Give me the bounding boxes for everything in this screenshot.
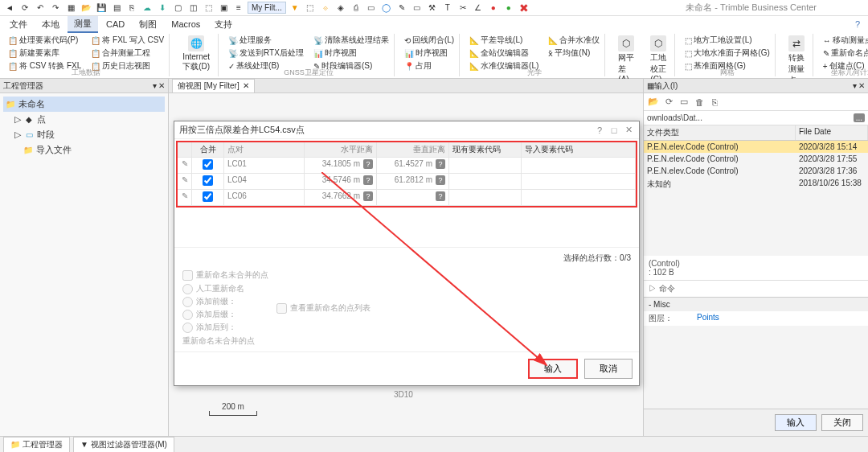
col-filedate[interactable]: File Date	[796, 125, 868, 140]
dot-red-icon[interactable]: ●	[487, 2, 500, 14]
edit-icon[interactable]: ✎	[395, 2, 408, 14]
ribbon-local-site[interactable]: ⬚ 地方工地设置(L)	[683, 34, 771, 47]
opt-manual-rename[interactable]: 人工重新命名	[182, 283, 244, 294]
ribbon-occupy[interactable]: 📍 占用	[403, 60, 456, 72]
ribbon-rtx[interactable]: 📡 发送到RTX后处理	[227, 47, 305, 60]
file-row[interactable]: P.E.N.elev.Code (Control)2020/3/28 15:14	[644, 141, 868, 153]
dialog-help-icon[interactable]: ?	[594, 125, 605, 136]
ribbon-clear-baseline[interactable]: 📡 清除基线处理结果	[312, 34, 391, 47]
ribbon-download[interactable]: 🌐Internet 下载(D)	[178, 34, 215, 74]
newfile-icon[interactable]: ▭	[678, 96, 690, 109]
filter-dropdown[interactable]: My Filt...	[248, 2, 286, 14]
file-row[interactable]: P.E.N.elev.Code (Control)2020/3/28 17:55	[644, 153, 868, 165]
dialog-max-icon[interactable]: □	[608, 125, 620, 136]
ribbon-merge-level[interactable]: 📐 合并水准仪	[547, 34, 601, 47]
table-row[interactable]: ✎ LC0634.7662 m? ?	[178, 190, 636, 206]
dialog-ok-button[interactable]: 输入	[528, 359, 578, 379]
ribbon-new-lib[interactable]: 📋 新建要素库	[6, 47, 83, 60]
refresh-icon[interactable]: ⟳	[18, 2, 31, 14]
layers-icon[interactable]: ≡	[232, 2, 245, 14]
ribbon-site-calib[interactable]: ⬡工地校正(C)	[645, 34, 671, 85]
folder-up-icon[interactable]: 📂	[647, 96, 660, 109]
col-vdist[interactable]: 垂直距离	[377, 142, 449, 158]
row-checkbox[interactable]	[203, 191, 213, 202]
tree-points[interactable]: ▷◆点	[3, 112, 165, 127]
close-button[interactable]: 关闭	[821, 414, 863, 431]
table-row[interactable]: ✎ LC0434.5746 m? 61.2812 m?	[178, 174, 636, 190]
menu-macros[interactable]: Macros	[165, 18, 207, 31]
print-icon[interactable]: ⎙	[350, 2, 362, 14]
misc-layer-row[interactable]: 图层：Points	[644, 311, 868, 326]
opt-add-prefix[interactable]: 添加前缀：	[182, 296, 244, 307]
col-import-code[interactable]: 导入要素代码	[522, 142, 636, 158]
dialog-close-icon[interactable]: ✕	[623, 125, 634, 136]
new-icon[interactable]: ▦	[64, 2, 77, 14]
sync-icon[interactable]: ☁	[141, 2, 154, 14]
save-icon[interactable]: 💾	[95, 2, 108, 14]
redo-icon[interactable]: ↷	[49, 2, 62, 14]
window-icon[interactable]: ▭	[411, 2, 424, 14]
status-tab-explorer[interactable]: 📁 工程管理器	[3, 437, 70, 453]
copy-icon[interactable]: ⎘	[125, 2, 138, 14]
text-icon[interactable]: T	[441, 2, 454, 14]
delete-icon[interactable]: 🗑	[693, 96, 706, 109]
link-icon[interactable]: ⟐	[319, 2, 332, 14]
table-row[interactable]: ✎ LC0134.1805 m? 61.4527 m?	[178, 158, 636, 174]
view4-icon[interactable]: ▣	[217, 2, 230, 14]
tab-close-icon[interactable]: ✕	[243, 81, 249, 90]
dot-green-icon[interactable]: ●	[502, 2, 515, 14]
ribbon-rename-pt[interactable]: ✎ 重新命名点(N)	[821, 47, 868, 60]
ribbon-mean[interactable]: x̄ 平均值(N)	[547, 47, 601, 60]
back-icon[interactable]: ◄	[3, 2, 16, 14]
ribbon-network-adjust[interactable]: ⬡网平差(A)	[613, 34, 639, 85]
path-row[interactable]: ownloads\Dat... ...	[644, 111, 868, 125]
panel-close-icon[interactable]: ✕	[158, 81, 165, 90]
dialog-cancel-button[interactable]: 取消	[584, 359, 633, 379]
ribbon-timeview2[interactable]: 📊 时序视图	[403, 47, 456, 60]
menu-cad[interactable]: CAD	[100, 18, 131, 31]
menu-support[interactable]: 支持	[208, 17, 239, 32]
pin-icon[interactable]: ▾	[153, 81, 157, 90]
menu-drafting[interactable]: 制图	[133, 17, 163, 32]
refresh2-icon[interactable]: ⟳	[662, 96, 675, 109]
col-merge[interactable]: 合并	[192, 142, 224, 158]
help-icon[interactable]: ?	[855, 19, 860, 29]
download-icon[interactable]: ⬇	[156, 2, 169, 14]
opt-add-suffix[interactable]: 添加后缀：	[182, 309, 244, 320]
status-tab-filter[interactable]: ▼ 视图过滤器管理器(M)	[73, 437, 174, 453]
page-icon[interactable]: ▭	[365, 2, 378, 14]
row-checkbox[interactable]	[203, 159, 213, 170]
cube-icon[interactable]: ◈	[334, 2, 347, 14]
command-line[interactable]: ▷ 命令	[644, 280, 868, 297]
open-icon[interactable]: 📂	[80, 2, 92, 14]
ribbon-ts-editor[interactable]: 📐 全站仪编辑器	[468, 47, 540, 60]
tree-sessions[interactable]: ▷▭时段	[3, 127, 165, 142]
menu-survey[interactable]: 测量	[68, 16, 98, 33]
row-checkbox[interactable]	[203, 175, 213, 186]
ribbon-traverse[interactable]: 📐 平差导线(L)	[468, 34, 540, 47]
ribbon-geoid-subgrid[interactable]: ⬚ 大地水准面子网格(G)	[683, 47, 771, 60]
view1-icon[interactable]: ▢	[171, 2, 184, 14]
undo-icon[interactable]: ↶	[34, 2, 47, 14]
menu-file[interactable]: 文件	[3, 17, 34, 32]
ribbon-proc-service[interactable]: 📡 处理服务	[227, 34, 305, 47]
panel-pin-icon[interactable]: ▾	[853, 81, 857, 90]
view3-icon[interactable]: ⬚	[202, 2, 215, 14]
ribbon-timeview[interactable]: 📊 时序视图	[312, 47, 391, 60]
plan-view-tab[interactable]: 俯视图 [My Filter]✕	[172, 79, 255, 93]
import-button[interactable]: 输入	[775, 414, 817, 431]
menu-local[interactable]: 本地	[35, 17, 66, 32]
col-hdist[interactable]: 水平距离	[305, 142, 377, 158]
ribbon-fxl-csv[interactable]: 📋 将 FXL 写入 CSV	[89, 34, 166, 47]
panel-close2-icon[interactable]: ✕	[858, 81, 865, 90]
tool1-icon[interactable]: ⚒	[426, 2, 439, 14]
file-row[interactable]: 未知的2018/10/26 15:38	[644, 177, 868, 191]
angle-icon[interactable]: ∠	[472, 2, 485, 14]
export-icon[interactable]: ▤	[110, 2, 123, 14]
ribbon-history[interactable]: 📋 历史日志视图	[89, 60, 166, 72]
opt-show-list[interactable]: 查看重新命名的点列表	[276, 283, 371, 333]
copy2-icon[interactable]: ⎘	[708, 96, 721, 109]
tree-import-files[interactable]: 📁导入文件	[3, 142, 165, 158]
opt-add-next[interactable]: 添加后到：	[182, 322, 244, 333]
col-existing-code[interactable]: 现有要素代码	[449, 142, 522, 158]
